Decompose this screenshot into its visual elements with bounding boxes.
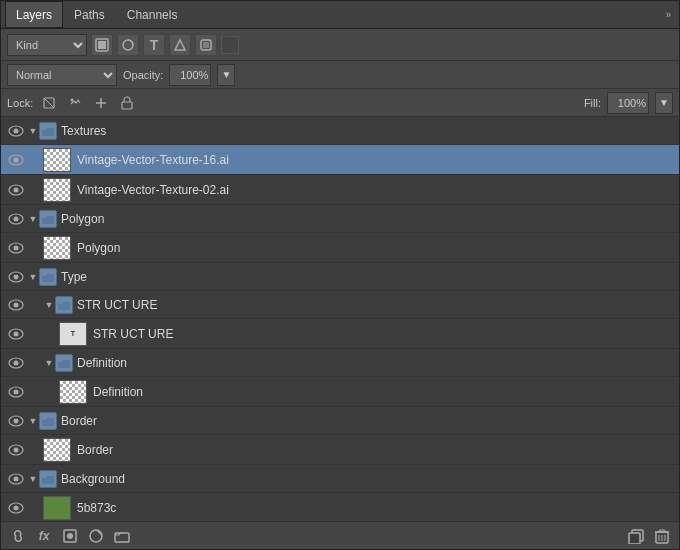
lock-label: Lock:: [7, 97, 33, 109]
eye-icon-group-polygon[interactable]: [5, 208, 27, 230]
eye-icon-layer-texture16[interactable]: [5, 149, 27, 171]
svg-point-8: [71, 98, 74, 101]
fx-icon[interactable]: fx: [33, 525, 55, 547]
eye-icon-layer-border[interactable]: [5, 439, 27, 461]
layer-row-layer-polygon[interactable]: Polygon: [1, 233, 679, 263]
delete-layer-icon[interactable]: [651, 525, 673, 547]
smart-filter-icon[interactable]: [195, 34, 217, 56]
expand-arrow-group-structure[interactable]: ▼: [43, 299, 55, 311]
layer-name-group-definition: Definition: [77, 356, 675, 370]
lock-transparent-icon[interactable]: [39, 93, 59, 113]
svg-marker-3: [175, 40, 185, 50]
color-filter-icon[interactable]: [221, 36, 239, 54]
layer-row-layer-definition[interactable]: Definition: [1, 377, 679, 407]
svg-point-27: [14, 274, 19, 279]
mask-icon[interactable]: [59, 525, 81, 547]
layer-row-group-polygon[interactable]: ▼Polygon: [1, 205, 679, 233]
expand-arrow-group-type[interactable]: ▼: [27, 271, 39, 283]
adjustment-filter-icon[interactable]: [117, 34, 139, 56]
layer-row-layer-texture02[interactable]: Vintage-Vector-Texture-02.ai: [1, 175, 679, 205]
tab-channels[interactable]: Channels: [116, 1, 189, 28]
expand-arrow-group-border[interactable]: ▼: [27, 415, 39, 427]
layer-name-layer-texture02: Vintage-Vector-Texture-02.ai: [77, 183, 675, 197]
folder-icon-group-textures: [39, 122, 57, 140]
tab-bar: Layers Paths Channels »: [1, 1, 679, 29]
expand-arrow-group-definition[interactable]: ▼: [43, 357, 55, 369]
opacity-label: Opacity:: [123, 69, 163, 81]
expand-arrow-group-background[interactable]: ▼: [27, 473, 39, 485]
folder-icon-group-polygon: [39, 210, 57, 228]
panel-menu-arrow[interactable]: »: [661, 7, 675, 22]
eye-icon-group-definition[interactable]: [5, 352, 27, 374]
svg-rect-23: [42, 216, 47, 218]
svg-point-17: [14, 157, 19, 162]
svg-rect-62: [659, 530, 665, 532]
blend-mode-select[interactable]: Normal: [7, 64, 117, 86]
eye-icon-group-structure[interactable]: [5, 294, 27, 316]
new-layer-icon[interactable]: [625, 525, 647, 547]
fill-dropdown-arrow[interactable]: ▼: [655, 92, 673, 114]
layer-thumbnail-layer-texture16: [43, 148, 71, 172]
eye-icon-layer-definition[interactable]: [5, 381, 27, 403]
layer-name-layer-structure: STR UCT URE: [93, 327, 675, 341]
opacity-dropdown-arrow[interactable]: ▼: [217, 64, 235, 86]
shape-filter-icon[interactable]: [169, 34, 191, 56]
eye-icon-group-textures[interactable]: [5, 120, 27, 142]
fill-input[interactable]: [607, 92, 649, 114]
layer-name-group-type: Type: [61, 270, 675, 284]
pixel-filter-icon[interactable]: [91, 34, 113, 56]
eye-icon-layer-structure[interactable]: [5, 323, 27, 345]
layer-row-group-background[interactable]: ▼Background: [1, 465, 679, 493]
link-layers-icon[interactable]: [7, 525, 29, 547]
layer-thumbnail-layer-polygon: [43, 236, 71, 260]
layer-name-layer-definition: Definition: [93, 385, 675, 399]
svg-line-7: [44, 98, 54, 108]
layer-row-group-type[interactable]: ▼Type: [1, 263, 679, 291]
layer-row-group-structure[interactable]: ▼STR UCT URE: [1, 291, 679, 319]
layer-row-group-definition[interactable]: ▼Definition: [1, 349, 679, 377]
eye-icon-group-border[interactable]: [5, 410, 27, 432]
svg-point-21: [14, 216, 19, 221]
expand-arrow-group-polygon[interactable]: ▼: [27, 213, 39, 225]
svg-rect-11: [122, 102, 132, 109]
lock-all-icon[interactable]: [117, 93, 137, 113]
svg-rect-39: [58, 360, 63, 362]
folder-icon-group-definition: [55, 354, 73, 372]
tab-layers[interactable]: Layers: [5, 1, 63, 28]
svg-rect-33: [58, 302, 63, 304]
bottom-bar: fx: [1, 521, 679, 549]
eye-icon-layer-texture02[interactable]: [5, 179, 27, 201]
layer-name-group-background: Background: [61, 472, 675, 486]
layer-row-group-border[interactable]: ▼Border: [1, 407, 679, 435]
layer-row-layer-5b873c[interactable]: 5b873c: [1, 493, 679, 521]
svg-rect-1: [98, 41, 106, 49]
layers-list: ▼TexturesVintage-Vector-Texture-16.aiVin…: [1, 117, 679, 521]
svg-point-25: [14, 245, 19, 250]
eye-icon-group-type[interactable]: [5, 266, 27, 288]
layers-panel: Layers Paths Channels » Kind T: [0, 0, 680, 550]
svg-rect-57: [115, 533, 129, 542]
lock-position-icon[interactable]: [91, 93, 111, 113]
layer-name-group-structure: STR UCT URE: [77, 298, 675, 312]
layer-row-layer-texture16[interactable]: Vintage-Vector-Texture-16.ai: [1, 145, 679, 175]
lock-image-icon[interactable]: [65, 93, 85, 113]
folder-icon-group-structure: [55, 296, 73, 314]
eye-icon-layer-5b873c[interactable]: [5, 497, 27, 519]
svg-point-55: [67, 533, 73, 539]
layer-thumbnail-layer-border: [43, 438, 71, 462]
new-group-icon[interactable]: [111, 525, 133, 547]
eye-icon-layer-polygon[interactable]: [5, 237, 27, 259]
eye-icon-group-background[interactable]: [5, 468, 27, 490]
fill-label: Fill:: [584, 97, 601, 109]
expand-arrow-group-textures[interactable]: ▼: [27, 125, 39, 137]
svg-point-35: [14, 331, 19, 336]
opacity-input[interactable]: [169, 64, 211, 86]
layer-row-layer-border[interactable]: Border: [1, 435, 679, 465]
tab-paths[interactable]: Paths: [63, 1, 116, 28]
layer-row-layer-structure[interactable]: TSTR UCT URE: [1, 319, 679, 349]
type-filter-icon[interactable]: T: [143, 34, 165, 56]
layer-name-group-polygon: Polygon: [61, 212, 675, 226]
kind-select[interactable]: Kind: [7, 34, 87, 56]
new-adjustment-icon[interactable]: [85, 525, 107, 547]
layer-row-group-textures[interactable]: ▼Textures: [1, 117, 679, 145]
